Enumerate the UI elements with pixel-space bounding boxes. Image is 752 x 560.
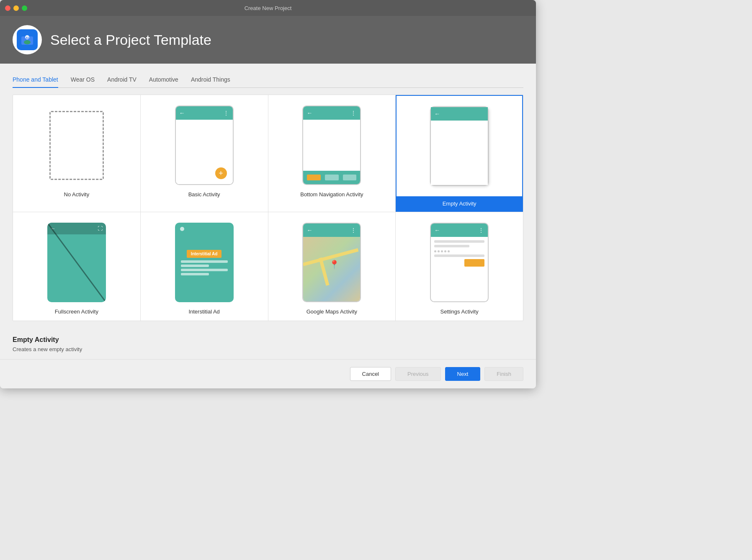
- interstitial-label: Interstitial Ad: [188, 308, 219, 315]
- tab-wear-os[interactable]: Wear OS: [71, 72, 95, 88]
- basic-activity-label: Basic Activity: [188, 191, 220, 198]
- back-arrow-icon: ←: [306, 110, 312, 116]
- description-title: Empty Activity: [13, 336, 523, 344]
- previous-button[interactable]: Previous: [395, 367, 441, 381]
- back-arrow-icon: ←: [306, 227, 312, 234]
- back-arrow-icon: ←: [434, 110, 440, 117]
- window-controls: [5, 5, 27, 11]
- tab-android-tv[interactable]: Android TV: [107, 72, 136, 88]
- interstitial-preview: Interstitial Ad: [172, 221, 237, 304]
- tab-automotive[interactable]: Automotive: [149, 72, 178, 88]
- svg-line-4: [47, 223, 106, 302]
- template-grid: No Activity ← ⋮ + Basic Activity: [13, 95, 523, 321]
- dot-icon: [180, 227, 184, 231]
- template-maps[interactable]: ← ⋮ 📍 Google Maps Activity: [268, 212, 396, 321]
- empty-activity-preview: ←: [427, 104, 492, 188]
- bottom-nav-label: Bottom Navigation Activity: [300, 191, 363, 198]
- cancel-button[interactable]: Cancel: [350, 367, 391, 381]
- ad-badge: Interstitial Ad: [187, 250, 222, 258]
- template-bottom-nav[interactable]: ← ⋮ Bottom Navigation Activity: [268, 95, 396, 212]
- empty-activity-selected-bar: Empty Activity: [397, 196, 522, 211]
- fullscreen-preview: ← ⛶: [44, 221, 109, 304]
- template-interstitial-ad[interactable]: Interstitial Ad Interstitial Ad: [141, 212, 268, 321]
- maximize-button[interactable]: [22, 5, 27, 11]
- tab-bar: Phone and Tablet Wear OS Android TV Auto…: [13, 72, 523, 88]
- tab-android-things[interactable]: Android Things: [191, 72, 230, 88]
- next-button[interactable]: Next: [445, 367, 481, 381]
- footer: Cancel Previous Next Finish: [0, 359, 536, 388]
- menu-dots-icon: ⋮: [223, 110, 229, 116]
- svg-point-2: [24, 40, 31, 44]
- title-bar: Create New Project: [0, 0, 536, 16]
- tab-phone-and-tablet[interactable]: Phone and Tablet: [13, 72, 58, 88]
- window-title: Create New Project: [245, 5, 292, 11]
- template-fullscreen[interactable]: ← ⛶ Fullscreen Activity: [13, 212, 140, 321]
- main-content: Phone and Tablet Wear OS Android TV Auto…: [0, 64, 536, 329]
- svg-text:AI: AI: [26, 36, 29, 40]
- template-basic-activity[interactable]: ← ⋮ + Basic Activity: [141, 95, 268, 212]
- template-settings[interactable]: ← ⋮: [396, 212, 523, 321]
- minimize-button[interactable]: [13, 5, 19, 11]
- logo-circle: AI: [13, 25, 42, 54]
- finish-button[interactable]: Finish: [484, 367, 523, 381]
- dashed-box-icon: [49, 111, 104, 180]
- no-activity-label: No Activity: [64, 191, 90, 198]
- back-arrow-icon: ←: [434, 227, 440, 234]
- header: AI Select a Project Template: [0, 16, 536, 64]
- fab-icon: +: [215, 167, 227, 179]
- settings-preview: ← ⋮: [427, 221, 492, 304]
- map-pin-icon: 📍: [329, 259, 340, 270]
- menu-dots-icon: ⋮: [350, 227, 357, 234]
- settings-body: [431, 237, 488, 301]
- maps-label: Google Maps Activity: [306, 308, 357, 315]
- basic-activity-preview: ← ⋮ +: [172, 103, 237, 187]
- no-activity-preview: [44, 103, 109, 187]
- settings-fab: [464, 259, 484, 267]
- template-empty-activity[interactable]: ← Empty Activity: [396, 95, 523, 212]
- back-arrow-icon: ←: [179, 110, 185, 116]
- maps-preview: ← ⋮ 📍: [299, 221, 364, 304]
- fullscreen-label: Fullscreen Activity: [55, 308, 98, 315]
- template-no-activity[interactable]: No Activity: [13, 95, 140, 212]
- description-text: Creates a new empty activity: [13, 346, 523, 352]
- android-studio-icon: AI: [17, 29, 38, 50]
- page-title: Select a Project Template: [50, 32, 211, 48]
- description-section: Empty Activity Creates a new empty activ…: [0, 329, 536, 359]
- settings-label: Settings Activity: [440, 308, 479, 315]
- bottom-nav-preview: ← ⋮: [299, 103, 364, 187]
- menu-dots-icon: ⋮: [350, 110, 357, 116]
- menu-dots-icon: ⋮: [478, 227, 484, 234]
- close-button[interactable]: [5, 5, 10, 11]
- content-lines: [181, 260, 228, 275]
